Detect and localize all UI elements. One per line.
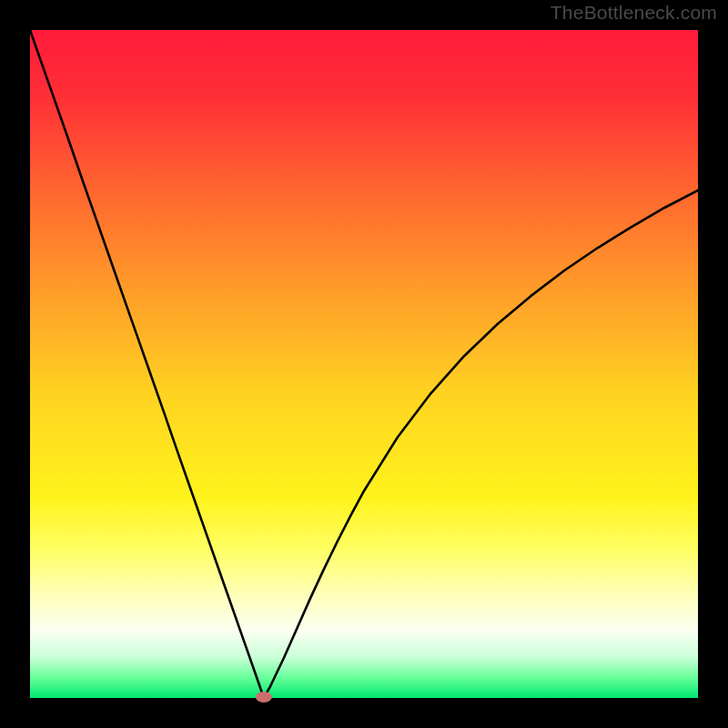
watermark-text: TheBottleneck.com (551, 2, 717, 24)
bottleneck-chart (0, 0, 728, 728)
chart-frame: TheBottleneck.com (0, 0, 728, 728)
svg-point-2 (256, 692, 272, 703)
svg-rect-1 (30, 30, 698, 698)
